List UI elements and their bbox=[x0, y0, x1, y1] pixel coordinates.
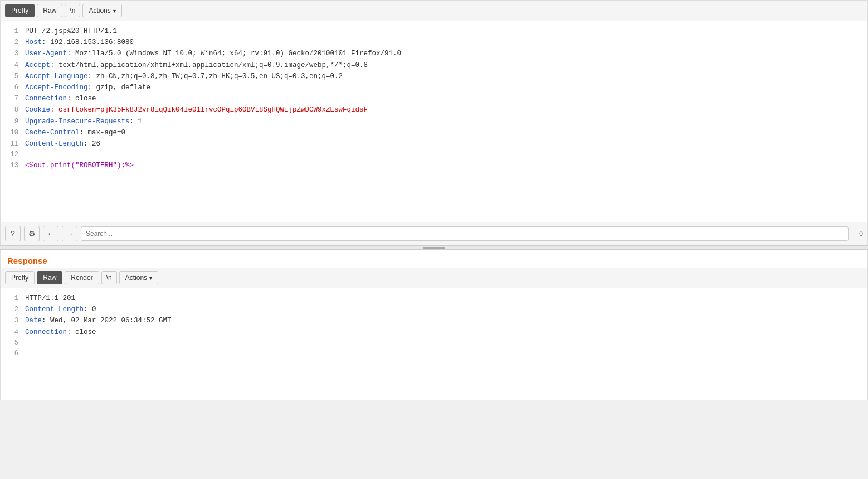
table-row: 11Content-Length: 26 bbox=[1, 138, 867, 149]
response-panel: Response Pretty Raw Render \n Actions ▾ … bbox=[0, 250, 868, 400]
line-content: HTTP/1.1 201 bbox=[25, 293, 75, 304]
table-row: 2Content-Length: 0 bbox=[1, 304, 867, 315]
line-content: : close bbox=[67, 327, 96, 338]
line-number: 11 bbox=[5, 139, 18, 149]
table-row: 4Accept: text/html,application/xhtml+xml… bbox=[1, 60, 867, 71]
back-button[interactable]: ← bbox=[43, 226, 58, 241]
line-number: 3 bbox=[5, 49, 18, 59]
line-number: 1 bbox=[5, 26, 18, 37]
line-content: : max-age=0 bbox=[80, 127, 126, 138]
line-content: : Mozilla/5.0 (Windows NT 10.0; Win64; x… bbox=[67, 48, 401, 59]
response-title: Response bbox=[1, 250, 867, 268]
line-number: 12 bbox=[5, 149, 18, 160]
table-row: 9Upgrade-Insecure-Requests: 1 bbox=[1, 116, 867, 127]
line-content: Accept bbox=[25, 60, 50, 71]
line-content: : 0 bbox=[84, 304, 96, 315]
table-row: 5Accept-Language: zh-CN,zh;q=0.8,zh-TW;q… bbox=[1, 71, 867, 82]
divider-handle-bar bbox=[423, 247, 445, 249]
line-number: 13 bbox=[5, 161, 18, 171]
table-row: 3User-Agent: Mozilla/5.0 (Windows NT 10.… bbox=[1, 48, 867, 59]
line-content: : 192.168.153.136:8080 bbox=[42, 37, 134, 48]
line-number: 8 bbox=[5, 105, 18, 115]
line-content: : 26 bbox=[84, 138, 100, 149]
line-content: : csrftoken=pjK35Fk8J2vr8iqQik04Ie01Irvc… bbox=[50, 104, 368, 115]
table-row: 8Cookie: csrftoken=pjK35Fk8J2vr8iqQik04I… bbox=[1, 104, 867, 115]
table-row: 2Host: 192.168.153.136:8080 bbox=[1, 37, 867, 48]
line-content: Content-Length bbox=[25, 138, 84, 149]
table-row: 3Date: Wed, 02 Mar 2022 06:34:52 GMT bbox=[1, 315, 867, 326]
search-input[interactable] bbox=[81, 226, 849, 241]
forward-button[interactable]: → bbox=[62, 226, 77, 241]
line-content: Accept-Language bbox=[25, 71, 88, 82]
pretty-button[interactable]: Pretty bbox=[5, 4, 35, 17]
line-content: Upgrade-Insecure-Requests bbox=[25, 116, 130, 127]
line-number: 9 bbox=[5, 117, 18, 127]
table-row: 7Connection: close bbox=[1, 93, 867, 104]
help-button[interactable]: ? bbox=[5, 226, 21, 241]
line-content: PUT /2.jsp%20 HTTP/1.1 bbox=[25, 26, 117, 37]
line-number: 5 bbox=[5, 338, 18, 349]
line-number: 7 bbox=[5, 94, 18, 104]
line-number: 4 bbox=[5, 60, 18, 71]
actions-button[interactable]: Actions ▾ bbox=[82, 4, 121, 17]
line-number: 4 bbox=[5, 327, 18, 338]
line-number: 10 bbox=[5, 128, 18, 138]
table-row: 6Accept-Encoding: gzip, deflate bbox=[1, 82, 867, 93]
response-toolbar: Pretty Raw Render \n Actions ▾ bbox=[1, 268, 867, 288]
table-row: 6 bbox=[1, 349, 867, 359]
line-content: Accept-Encoding bbox=[25, 82, 88, 93]
resp-pretty-button[interactable]: Pretty bbox=[5, 271, 35, 284]
settings-button[interactable]: ⚙ bbox=[24, 226, 40, 241]
line-content: Cookie bbox=[25, 104, 50, 115]
panel-divider[interactable] bbox=[0, 245, 868, 250]
ln-button[interactable]: \n bbox=[65, 4, 80, 17]
line-number: 3 bbox=[5, 316, 18, 326]
line-number: 2 bbox=[5, 304, 18, 315]
raw-button[interactable]: Raw bbox=[37, 4, 62, 17]
actions-label: Actions bbox=[89, 7, 110, 14]
line-content: User-Agent bbox=[25, 48, 67, 59]
request-code-area: 1PUT /2.jsp%20 HTTP/1.12Host: 192.168.15… bbox=[1, 21, 867, 222]
line-number: 5 bbox=[5, 71, 18, 82]
resp-actions-label: Actions bbox=[125, 274, 147, 282]
line-content: Host bbox=[25, 37, 42, 48]
line-content: Date bbox=[25, 315, 42, 326]
resp-render-button[interactable]: Render bbox=[65, 271, 99, 284]
resp-chevron-down-icon: ▾ bbox=[149, 275, 152, 281]
line-content: Content-Length bbox=[25, 304, 84, 315]
line-number: 1 bbox=[5, 293, 18, 304]
line-content: Connection bbox=[25, 93, 67, 104]
resp-ln-button[interactable]: \n bbox=[101, 271, 117, 284]
response-code-area: 1HTTP/1.1 2012Content-Length: 03Date: We… bbox=[1, 288, 867, 400]
table-row: 4Connection: close bbox=[1, 327, 867, 338]
resp-actions-button[interactable]: Actions ▾ bbox=[119, 271, 158, 284]
table-row: 1PUT /2.jsp%20 HTTP/1.1 bbox=[1, 26, 867, 37]
line-content: : gzip, deflate bbox=[88, 82, 151, 93]
line-content: Connection bbox=[25, 327, 67, 338]
line-number: 6 bbox=[5, 83, 18, 93]
table-row: 10Cache-Control: max-age=0 bbox=[1, 127, 867, 138]
line-content: : 1 bbox=[130, 116, 143, 127]
table-row: 12 bbox=[1, 149, 867, 160]
line-number: 6 bbox=[5, 349, 18, 359]
chevron-down-icon: ▾ bbox=[113, 8, 116, 14]
search-bar: ? ⚙ ← → 0 bbox=[1, 222, 867, 245]
line-content: : text/html,application/xhtml+xml,applic… bbox=[50, 60, 368, 71]
line-content: : Wed, 02 Mar 2022 06:34:52 GMT bbox=[42, 315, 172, 326]
line-content: : close bbox=[67, 93, 96, 104]
request-panel: Pretty Raw \n Actions ▾ 1PUT /2.jsp%20 H… bbox=[0, 0, 868, 245]
resp-raw-button[interactable]: Raw bbox=[37, 271, 62, 284]
line-content: Cache-Control bbox=[25, 127, 80, 138]
line-content: : zh-CN,zh;q=0.8,zh-TW;q=0.7,zh-HK;q=0.5… bbox=[88, 71, 343, 82]
request-toolbar: Pretty Raw \n Actions ▾ bbox=[1, 1, 867, 21]
line-content: <%out.print("ROBOTERH");%> bbox=[25, 160, 134, 171]
table-row: 1HTTP/1.1 201 bbox=[1, 293, 867, 304]
table-row: 13<%out.print("ROBOTERH");%> bbox=[1, 160, 867, 171]
search-count: 0 bbox=[852, 230, 863, 238]
line-number: 2 bbox=[5, 37, 18, 48]
table-row: 5 bbox=[1, 338, 867, 349]
